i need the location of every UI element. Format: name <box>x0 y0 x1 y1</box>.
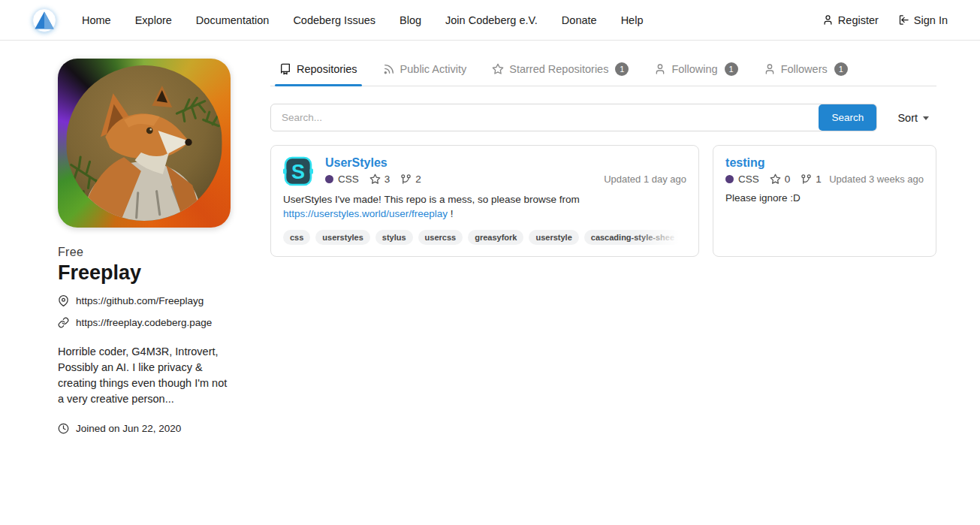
followers-count-badge: 1 <box>834 62 848 76</box>
repo-description-suffix: ! <box>448 208 454 219</box>
nav-link-codeberg-issues[interactable]: Codeberg Issues <box>281 0 387 41</box>
person-icon <box>654 63 666 75</box>
language-dot <box>325 175 333 183</box>
nav-link-join-codeberg[interactable]: Join Codeberg e.V. <box>433 0 550 41</box>
nav-link-home[interactable]: Home <box>70 0 123 41</box>
caret-down-icon <box>923 116 929 120</box>
rss-icon <box>383 63 395 75</box>
updated-text: Updated 3 weeks ago <box>829 173 924 185</box>
topic-label[interactable]: userstyles <box>315 230 369 245</box>
sort-dropdown[interactable]: Sort <box>897 112 936 124</box>
fork-icon <box>801 173 812 185</box>
link-icon <box>58 317 69 328</box>
register-label: Register <box>838 14 879 26</box>
tab-repositories[interactable]: Repositories <box>270 57 366 85</box>
language-label: CSS <box>338 173 359 185</box>
repo-description: UserStyles I've made! This repo is a mes… <box>283 193 583 222</box>
tab-public-activity-label: Public Activity <box>400 63 467 75</box>
topics-list: cssuserstylesstylususercssgreasyforkuser… <box>283 230 686 246</box>
tab-followers-label: Followers <box>781 63 828 75</box>
repo-name-link[interactable]: UserStyles <box>325 156 387 170</box>
avatar[interactable] <box>58 59 231 228</box>
sign-in-label: Sign In <box>914 14 948 26</box>
star-count: 0 <box>785 173 791 185</box>
person-icon <box>822 14 834 26</box>
topic-label[interactable]: greasyfork <box>468 230 523 245</box>
sort-label: Sort <box>897 112 918 124</box>
nav-link-donate[interactable]: Donate <box>550 0 609 41</box>
star-icon <box>770 173 781 185</box>
navbar-right: Register Sign In <box>822 14 948 26</box>
following-count-badge: 1 <box>725 62 738 76</box>
repo-meta-line: CSS 3 2 Updated 1 day ago <box>325 173 686 185</box>
topic-label[interactable]: stylus <box>375 230 413 245</box>
svg-text:S: S <box>291 161 305 183</box>
updated-text: Updated 1 day ago <box>604 173 686 185</box>
profile-location-row: https://github.com/Freeplayg <box>58 295 231 306</box>
profile-display-name: Freeplay <box>58 261 231 285</box>
profile-bio: Horrible coder, G4M3R, Introvert, Possib… <box>58 344 231 407</box>
topic-label[interactable]: cascading-style-shee <box>584 230 681 245</box>
navbar: Home Explore Documentation Codeberg Issu… <box>0 0 980 41</box>
stylus-logo-icon: S <box>283 156 313 186</box>
main-content: Repositories Public Activity Starred Rep… <box>270 56 936 257</box>
tab-following[interactable]: Following 1 <box>645 56 746 86</box>
nav-link-explore[interactable]: Explore <box>123 0 184 41</box>
sign-in-icon <box>898 14 909 26</box>
fork-count: 1 <box>816 173 822 185</box>
profile-username: Free <box>58 246 231 259</box>
repo-meta-line: CSS 0 1 Updated 3 weeks ago <box>725 173 924 185</box>
repo-description: Please ignore :D <box>725 192 924 206</box>
star-count: 3 <box>384 173 390 185</box>
star-icon <box>369 173 381 185</box>
person-icon <box>764 63 776 75</box>
topic-label[interactable]: userstyle <box>529 230 578 245</box>
topic-label[interactable]: usercss <box>418 230 463 245</box>
repo-description-text: UserStyles I've made! This repo is a mes… <box>283 194 580 205</box>
tab-repositories-label: Repositories <box>297 63 357 75</box>
topic-label[interactable]: css <box>283 230 310 245</box>
description-link[interactable]: https://userstyles.world/user/freeplay <box>283 208 448 219</box>
repo-search-row: Search Sort <box>270 104 936 131</box>
nav-link-help[interactable]: Help <box>609 0 656 41</box>
clock-icon <box>58 423 69 434</box>
language-dot <box>725 175 734 183</box>
profile-tabbar: Repositories Public Activity Starred Rep… <box>270 56 936 86</box>
codeberg-logo-icon[interactable] <box>32 8 56 32</box>
search-input[interactable] <box>270 104 877 131</box>
fork-icon <box>400 173 412 185</box>
nav-link-blog[interactable]: Blog <box>387 0 433 41</box>
profile-location-text: https://github.com/Freeplayg <box>76 295 204 306</box>
profile-sidebar: Free Freeplay https://github.com/Freepla… <box>58 56 231 434</box>
tab-following-label: Following <box>671 63 717 75</box>
tab-public-activity[interactable]: Public Activity <box>374 57 476 85</box>
repo-card-userstyles: S UserStyles CSS 3 <box>270 145 699 257</box>
repo-name-link[interactable]: testing <box>725 156 764 170</box>
language-label: CSS <box>738 173 759 185</box>
fox-avatar-image <box>66 65 222 221</box>
search-input-group: Search <box>270 104 877 131</box>
tab-starred-repositories[interactable]: Starred Repositories 1 <box>483 56 638 86</box>
sign-in-link[interactable]: Sign In <box>898 14 948 26</box>
starred-count-badge: 1 <box>615 62 629 76</box>
profile-website-row: https://freeplay.codeberg.page <box>58 317 231 328</box>
search-button[interactable]: Search <box>819 104 876 131</box>
profile-joined-text: Joined on Jun 22, 2020 <box>76 423 181 434</box>
repo-list: S UserStyles CSS 3 <box>270 145 936 257</box>
tab-followers[interactable]: Followers 1 <box>755 56 857 86</box>
profile-joined-row: Joined on Jun 22, 2020 <box>58 423 231 434</box>
register-link[interactable]: Register <box>822 14 879 26</box>
repo-card-testing: testing CSS 0 1 Update <box>713 145 936 257</box>
map-pin-icon <box>58 295 69 306</box>
profile-website-link[interactable]: https://freeplay.codeberg.page <box>76 317 212 328</box>
star-icon <box>492 63 504 75</box>
tab-starred-label: Starred Repositories <box>509 63 608 75</box>
repo-icon <box>279 63 291 75</box>
fork-count: 2 <box>415 173 421 185</box>
nav-link-documentation[interactable]: Documentation <box>184 0 282 41</box>
